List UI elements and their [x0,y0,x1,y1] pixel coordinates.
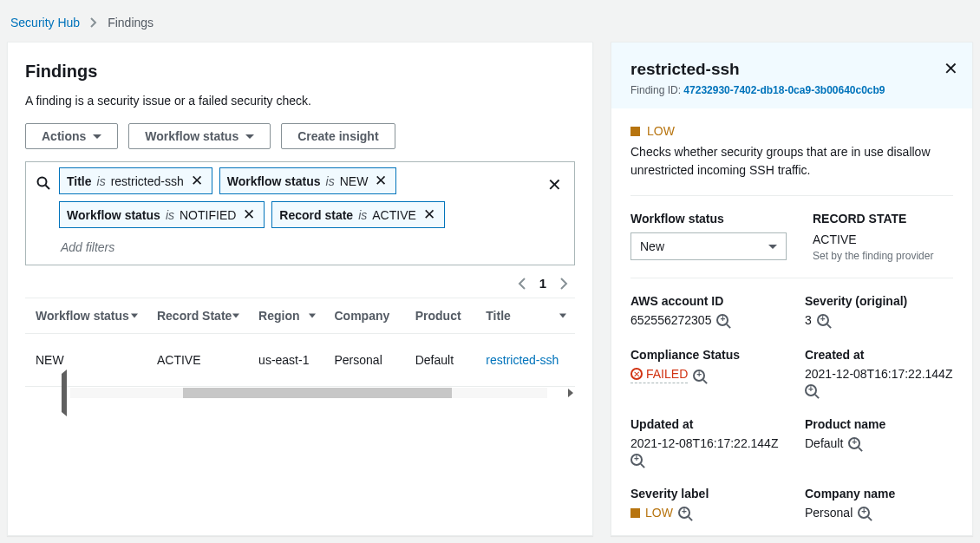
sort-icon [309,314,316,318]
severity-square-icon [630,508,640,518]
remove-filter-icon[interactable]: ✕ [421,206,437,224]
next-page-icon[interactable] [560,278,568,290]
actions-button[interactable]: Actions [25,123,118,149]
pagination: 1 [25,265,575,298]
filter-value: restricted-ssh [111,174,184,188]
cell-state: ACTIVE [147,334,248,387]
compliance-value: FAILED [646,367,688,381]
breadcrumb-current: Findings [108,16,154,29]
page-subtitle: A finding is a security issue or a faile… [25,94,575,108]
zoom-in-icon[interactable]: + [805,384,817,396]
sort-icon [232,314,239,318]
severity-orig-value: 3 [805,313,812,327]
workflow-status-select[interactable]: New [630,232,787,260]
company-name-value: Personal [805,506,853,520]
severity-square-icon [630,127,640,136]
severity-orig-label: Severity (original) [805,294,953,308]
col-title[interactable]: Title [475,298,575,334]
sort-icon [131,314,138,318]
filter-tag[interactable]: Workflow status is NOTIFIED ✕ [59,201,265,228]
filter-value: NOTIFIED [180,208,236,222]
filter-tags: Title is restricted-ssh ✕ Workflow statu… [59,167,537,259]
company-name-label: Company name [805,487,953,500]
filter-tag[interactable]: Record state is ACTIVE ✕ [271,201,445,228]
create-insight-button-label: Create insight [297,129,378,143]
finding-detail-panel: restricted-ssh Finding ID: 47232930-7402… [611,42,973,536]
filter-value: NEW [340,174,369,188]
breadcrumb-root[interactable]: Security Hub [10,16,80,29]
filter-field: Workflow status [67,208,160,222]
finding-title-link[interactable]: restricted-ssh [486,353,559,367]
prev-page-icon[interactable] [518,278,526,290]
finding-id-link[interactable]: 47232930-7402-db18-0ca9-3b00640c0cb9 [683,84,885,96]
filter-field: Record state [279,208,353,222]
zoom-in-icon[interactable]: + [858,507,870,519]
record-state-label: RECORD STATE [813,212,953,226]
zoom-in-icon[interactable]: + [693,370,705,382]
updated-at-value: 2021-12-08T16:17:22.144Z [630,436,778,450]
scroll-thumb[interactable] [183,388,452,398]
severity-label-value: LOW [645,506,673,520]
table-row[interactable]: NEW ACTIVE us-east-1 Personal Default re… [25,334,575,387]
chevron-right-icon [90,17,97,28]
zoom-in-icon[interactable]: + [630,454,643,466]
product-name-value: Default [805,436,843,450]
record-state-note: Set by the finding provider [813,250,953,262]
zoom-in-icon[interactable]: + [678,507,690,519]
findings-panel: Findings A finding is a security issue o… [7,42,593,536]
svg-line-1 [46,186,50,190]
add-filters-input[interactable]: Add filters [59,235,537,259]
finding-description: Checks whether security groups that are … [630,143,953,180]
clear-filters-icon[interactable]: ✕ [544,167,565,202]
scroll-right-icon[interactable] [568,389,573,397]
zoom-in-icon[interactable]: + [848,437,860,449]
col-record-state[interactable]: Record State [147,298,248,334]
actions-button-label: Actions [42,129,86,143]
zoom-in-icon[interactable]: + [716,314,728,326]
severity-badge-text: LOW [647,124,675,138]
filter-op: is [97,174,106,188]
created-at-label: Created at [805,348,953,362]
col-region[interactable]: Region [248,298,323,334]
create-insight-button[interactable]: Create insight [281,123,395,149]
remove-filter-icon[interactable]: ✕ [241,206,257,224]
scroll-left-icon[interactable] [27,370,67,416]
created-at-value: 2021-12-08T16:17:22.144Z [805,367,952,381]
horizontal-scrollbar[interactable] [25,386,575,399]
remove-filter-icon[interactable]: ✕ [189,172,205,190]
col-product[interactable]: Product [405,298,476,334]
filter-op: is [326,174,335,188]
caret-down-icon [245,134,254,139]
page-title: Findings [25,62,575,82]
close-icon[interactable]: ✕ [944,58,958,79]
svg-point-0 [38,178,47,186]
severity-badge: LOW [630,124,953,138]
col-workflow-status[interactable]: Workflow status [25,298,147,334]
zoom-in-icon[interactable]: + [817,314,829,326]
remove-filter-icon[interactable]: ✕ [373,172,389,190]
severity-label-label: Severity label [630,487,779,500]
detail-title: restricted-ssh [630,60,953,79]
filter-field: Workflow status [227,174,321,188]
caret-down-icon [768,245,777,249]
col-company[interactable]: Company [324,298,405,334]
compliance-label: Compliance Status [630,348,779,362]
compliance-status: ✕ FAILED [630,367,688,383]
aws-account-value: 652556272305 [630,313,711,327]
record-state-value: ACTIVE [813,232,953,246]
cell-product: Default [405,334,476,387]
scroll-track[interactable] [70,388,547,398]
filter-tag[interactable]: Workflow status is NEW ✕ [219,167,397,194]
aws-account-label: AWS account ID [630,294,779,308]
sort-icon [559,314,566,318]
cell-region: us-east-1 [248,334,323,387]
filter-tag[interactable]: Title is restricted-ssh ✕ [59,167,212,194]
finding-id: Finding ID: 47232930-7402-db18-0ca9-3b00… [630,84,953,96]
cell-title: restricted-ssh [475,334,575,387]
product-name-label: Product name [805,417,953,431]
filter-box: Title is restricted-ssh ✕ Workflow statu… [25,161,575,265]
updated-at-label: Updated at [630,417,779,431]
workflow-status-button[interactable]: Workflow status [128,123,271,149]
caret-down-icon [93,134,101,139]
filter-op: is [358,208,367,222]
